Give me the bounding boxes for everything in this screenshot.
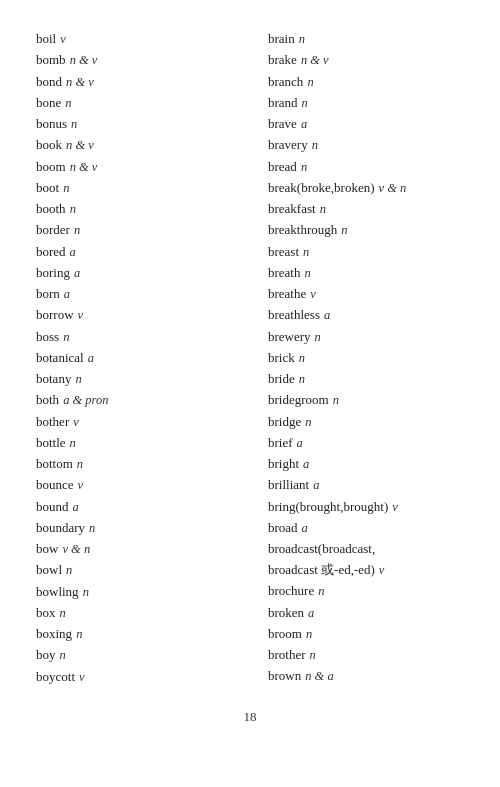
pos: v bbox=[392, 497, 398, 517]
pos: a bbox=[302, 518, 308, 538]
list-item: bonusn bbox=[36, 113, 232, 134]
word: broad bbox=[268, 517, 298, 538]
list-item: botanyn bbox=[36, 368, 232, 389]
word: broadcast 或-ed,-ed) bbox=[268, 559, 375, 580]
word: bored bbox=[36, 241, 66, 262]
list-item: braken & v bbox=[268, 49, 464, 70]
list-item: bouncev bbox=[36, 474, 232, 495]
word: bottle bbox=[36, 432, 66, 453]
list-item: breathev bbox=[268, 283, 464, 304]
list-item: broadcast(broadcast, bbox=[268, 538, 464, 559]
pos: n bbox=[63, 178, 69, 198]
columns: boilvbombn & vbondn & vbonenbonusnbookn … bbox=[36, 28, 464, 687]
list-item: bootn bbox=[36, 177, 232, 198]
pos: n bbox=[76, 624, 82, 644]
list-item: brainn bbox=[268, 28, 464, 49]
word: broom bbox=[268, 623, 302, 644]
list-item: bridegroomn bbox=[268, 389, 464, 410]
list-item: bondn & v bbox=[36, 71, 232, 92]
list-item: brandn bbox=[268, 92, 464, 113]
word: bring(brought,brought) bbox=[268, 496, 388, 517]
pos: n & a bbox=[305, 666, 333, 686]
pos: n bbox=[60, 603, 66, 623]
pos: v bbox=[78, 475, 84, 495]
word: bow bbox=[36, 538, 58, 559]
word: bone bbox=[36, 92, 61, 113]
list-item: breakthroughn bbox=[268, 219, 464, 240]
word: breathless bbox=[268, 304, 320, 325]
list-item: breakfastn bbox=[268, 198, 464, 219]
list-item: broada bbox=[268, 517, 464, 538]
word: boxing bbox=[36, 623, 72, 644]
word: booth bbox=[36, 198, 66, 219]
list-item: boilv bbox=[36, 28, 232, 49]
word: bridge bbox=[268, 411, 301, 432]
pos: n bbox=[306, 624, 312, 644]
list-item: bottomn bbox=[36, 453, 232, 474]
pos: a bbox=[308, 603, 314, 623]
word: brochure bbox=[268, 580, 314, 601]
word: bottom bbox=[36, 453, 73, 474]
word: brick bbox=[268, 347, 295, 368]
pos: v bbox=[379, 560, 385, 580]
word: boycott bbox=[36, 666, 75, 687]
pos: v bbox=[60, 29, 66, 49]
list-item: brickn bbox=[268, 347, 464, 368]
word: boil bbox=[36, 28, 56, 49]
pos: n bbox=[299, 29, 305, 49]
list-item: boxingn bbox=[36, 623, 232, 644]
list-item: boringa bbox=[36, 262, 232, 283]
pos: a bbox=[73, 497, 79, 517]
list-item: broomn bbox=[268, 623, 464, 644]
word: brother bbox=[268, 644, 306, 665]
pos: v bbox=[310, 284, 316, 304]
pos: a bbox=[74, 263, 80, 283]
word: brake bbox=[268, 49, 297, 70]
word: borrow bbox=[36, 304, 74, 325]
list-item: bring(brought,brought)v bbox=[268, 496, 464, 517]
word: break(broke,broken) bbox=[268, 177, 374, 198]
pos: n bbox=[74, 220, 80, 240]
left-column: boilvbombn & vbondn & vbonenbonusnbookn … bbox=[36, 28, 250, 687]
list-item: bookn & v bbox=[36, 134, 232, 155]
word: brilliant bbox=[268, 474, 309, 495]
word: botany bbox=[36, 368, 71, 389]
word: bravery bbox=[268, 134, 308, 155]
word: bowling bbox=[36, 581, 79, 602]
pos: a bbox=[324, 305, 330, 325]
pos: n bbox=[89, 518, 95, 538]
list-item: bowv & n bbox=[36, 538, 232, 559]
pos: a bbox=[301, 114, 307, 134]
pos: n bbox=[77, 454, 83, 474]
pos: n bbox=[66, 560, 72, 580]
list-item: breastn bbox=[268, 241, 464, 262]
list-item: boothn bbox=[36, 198, 232, 219]
word: botanical bbox=[36, 347, 84, 368]
word: bother bbox=[36, 411, 69, 432]
list-item: break(broke,broken)v & n bbox=[268, 177, 464, 198]
word: boot bbox=[36, 177, 59, 198]
pos: v bbox=[79, 667, 85, 687]
pos: n & v bbox=[66, 135, 94, 155]
list-item: bravea bbox=[268, 113, 464, 134]
pos: n bbox=[83, 582, 89, 602]
word: bride bbox=[268, 368, 295, 389]
list-item: bridgen bbox=[268, 411, 464, 432]
pos: a bbox=[88, 348, 94, 368]
list-item: briden bbox=[268, 368, 464, 389]
word: bound bbox=[36, 496, 69, 517]
list-item: brownn & a bbox=[268, 665, 464, 686]
list-item: brochuren bbox=[268, 580, 464, 601]
word: bond bbox=[36, 71, 62, 92]
word: breath bbox=[268, 262, 300, 283]
pos: n bbox=[310, 645, 316, 665]
pos: n bbox=[301, 157, 307, 177]
pos: n bbox=[299, 369, 305, 389]
list-item: boxn bbox=[36, 602, 232, 623]
word: boom bbox=[36, 156, 66, 177]
word: breathe bbox=[268, 283, 306, 304]
pos: a bbox=[313, 475, 319, 495]
pos: v & n bbox=[378, 178, 406, 198]
list-item: botha & pron bbox=[36, 389, 232, 410]
pos: n & v bbox=[70, 50, 98, 70]
